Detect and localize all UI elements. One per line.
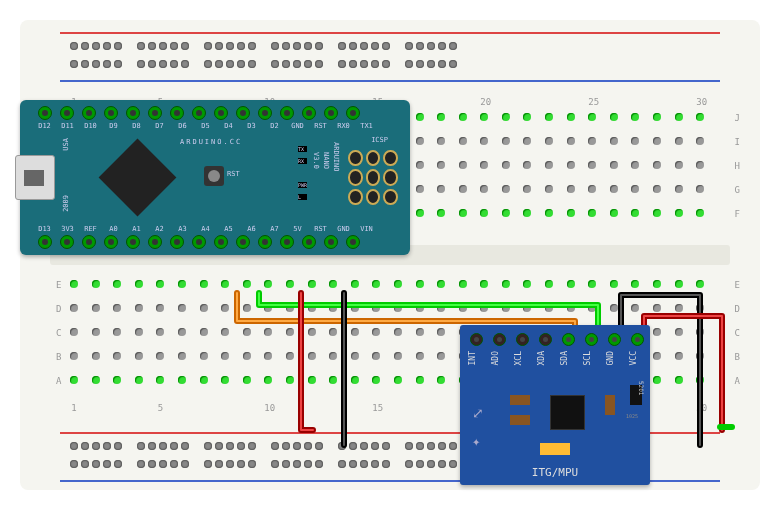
- nano-pin-a7: [258, 235, 272, 249]
- nano-pin-tx1: [346, 106, 360, 120]
- mpu-pin-gnd: [608, 333, 621, 346]
- nano-pin-rst: [302, 235, 316, 249]
- nano-pin-d3: [236, 106, 250, 120]
- smd-component: [510, 415, 530, 425]
- mpu-pin-scl: [585, 333, 598, 346]
- nano-pin-d10: [82, 106, 96, 120]
- reset-button-icon: [204, 166, 224, 186]
- nano-pin-rx0: [324, 106, 338, 120]
- rail-row: [70, 60, 469, 68]
- icsp-header: [348, 150, 398, 205]
- led-l: L: [298, 194, 307, 200]
- smd-component: [510, 395, 530, 405]
- mpu-pin-sda: [562, 333, 575, 346]
- rail-row: [70, 42, 469, 50]
- usb-port-icon: [15, 155, 55, 200]
- nano-pin-gnd: [324, 235, 338, 249]
- nano-pin-d13: [38, 235, 52, 249]
- nano-brand-text: ARDUINO.CC: [180, 138, 242, 146]
- nano-pin-d11: [60, 106, 74, 120]
- mpu-pin-vcc: [631, 333, 644, 346]
- axis-arrow-icon: ⤢: [472, 405, 484, 421]
- mpu-module: INTADOXCLXDASDASCLGNDVCC ⤢ ✦ 5201 1025 I…: [460, 325, 650, 485]
- nano-version: V3.0: [312, 152, 320, 169]
- nano-model: ARDUINO: [332, 142, 340, 172]
- nano-icsp-label: ICSP: [371, 136, 388, 144]
- nano-pin-a5: [214, 235, 228, 249]
- rail-row: [70, 442, 469, 450]
- chip-marking-2: 1025: [626, 413, 638, 419]
- nano-pin-5v: [280, 235, 294, 249]
- nano-pin-gnd: [280, 106, 294, 120]
- nano-pin-d6: [170, 106, 184, 120]
- mpu-pin-xda: [539, 333, 552, 346]
- nano-pin-a2: [148, 235, 162, 249]
- nano-pin-d12: [38, 106, 52, 120]
- nano-pin-vin: [346, 235, 360, 249]
- mpu-pins: [470, 333, 644, 346]
- nano-pin-d8: [126, 106, 140, 120]
- atmega-chip-icon: [99, 139, 177, 217]
- nano-pin-d5: [192, 106, 206, 120]
- nano-pins-top: [38, 106, 360, 120]
- nano-pin-rst: [302, 106, 316, 120]
- rail-row: [70, 460, 469, 468]
- led-rx: RX: [298, 158, 307, 164]
- nano-pin-a6: [236, 235, 250, 249]
- mpu-name-label: ITG/MPU: [460, 466, 650, 479]
- smd-component: [540, 443, 570, 455]
- wiring-diagram: 151015202530 151015202530 JJIIHHGGFFEEDD…: [0, 0, 779, 510]
- mpu-pin-int: [470, 333, 483, 346]
- nano-rst-label: RST: [227, 170, 240, 178]
- nano-year: 2009: [62, 195, 70, 212]
- nano-pin-3v3: [60, 235, 74, 249]
- mpu-pin-ado: [493, 333, 506, 346]
- nano-pins-bottom: [38, 235, 360, 249]
- nano-pin-d7: [148, 106, 162, 120]
- nano-region: USA: [62, 138, 70, 151]
- nano-pin-a3: [170, 235, 184, 249]
- nano-pin-d4: [214, 106, 228, 120]
- nano-labels-top: D12D11D10D9D8D7D6D5D4D3D2GNDRSTRX0TX1: [37, 122, 374, 130]
- mpu-labels: INTADOXCLXDASDASCLGNDVCC: [468, 351, 646, 365]
- nano-pin-d2: [258, 106, 272, 120]
- arduino-nano-board: D12D11D10D9D8D7D6D5D4D3D2GNDRSTRX0TX1 D1…: [20, 100, 410, 255]
- breadboard-row: [70, 280, 704, 288]
- nano-labels-bottom: D133V3REFA0A1A2A3A4A5A6A75VRSTGNDVIN: [37, 225, 374, 233]
- smd-component: [605, 395, 615, 415]
- chip-marking: 5201: [638, 381, 645, 395]
- led-tx: TX: [298, 146, 307, 152]
- nano-pin-d9: [104, 106, 118, 120]
- led-pwr: PWR: [298, 182, 307, 188]
- axis-arrow-icon: ✦: [472, 433, 480, 449]
- nano-pin-ref: [82, 235, 96, 249]
- breadboard-row: [70, 304, 704, 312]
- power-rail-top: [20, 20, 760, 90]
- nano-model2: NANO: [322, 152, 330, 169]
- nano-pin-a4: [192, 235, 206, 249]
- mpu-pin-xcl: [516, 333, 529, 346]
- nano-pin-a0: [104, 235, 118, 249]
- nano-pin-a1: [126, 235, 140, 249]
- mpu-chip-icon: [550, 395, 585, 430]
